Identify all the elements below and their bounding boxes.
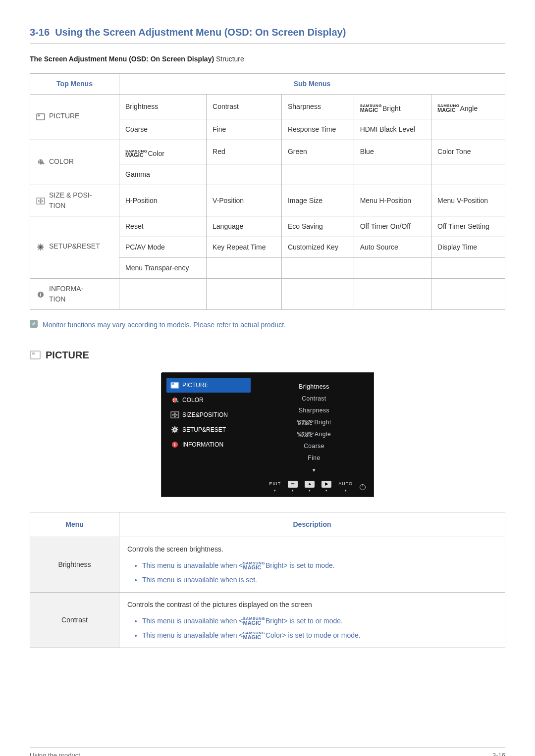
size-icon — [36, 197, 45, 204]
table-row: PICTUREBrightnessContrastSharpnessSAMSUN… — [30, 95, 505, 119]
svg-line-15 — [43, 245, 44, 246]
sub-menu-cell: SAMSUNGMAGICAngle — [431, 95, 505, 119]
desc-content-cell: Controls the contrast of the pictures di… — [119, 592, 505, 648]
samsung-magic-wordmark: SAMSUNGMAGIC — [360, 104, 382, 112]
svg-rect-18 — [40, 294, 41, 296]
sub-menu-cell: Eco Saving — [281, 216, 354, 237]
osd-menu-item[interactable]: SIZE&POSITION — [166, 407, 251, 422]
structure-line: The Screen Adjustment Menu (OSD: On Scre… — [30, 54, 505, 64]
color-icon — [36, 158, 45, 165]
osd-submenu-item[interactable]: Fine — [260, 452, 369, 464]
table-row: COLORSAMSUNGMAGICColorRedGreenBlueColor … — [30, 140, 505, 164]
osd-menu-item[interactable]: INFORMATION — [166, 437, 251, 452]
osd-exit-label: EXIT — [269, 481, 281, 488]
desc-bullet: This menu is unavailable when <SAMSUNGMA… — [142, 616, 361, 626]
setup-icon — [36, 243, 45, 250]
top-menu-label: COLOR — [49, 156, 74, 167]
sub-menu-cell — [431, 164, 505, 185]
sub-menu-cell: Blue — [354, 140, 431, 164]
svg-point-4 — [41, 160, 42, 161]
desc-intro: Controls the contrast of the pictures di… — [127, 600, 497, 610]
top-menu-cell: INFORMA-TION — [30, 279, 119, 310]
top-menu-label: INFORMA-TION — [49, 284, 83, 304]
picture-icon — [170, 382, 178, 389]
osd-power-icon — [360, 484, 366, 490]
osd-up-icon: ▲ — [305, 481, 315, 488]
osd-menu-label: SIZE&POSITION — [182, 410, 228, 419]
top-menu-cell: COLOR — [30, 140, 119, 185]
sub-menu-cell: Menu H-Position — [354, 185, 431, 216]
title-underline — [30, 44, 505, 44]
sub-menu-cell: HDMI Black Level — [354, 119, 431, 140]
table-row: SETUP&RESETResetLanguageEco SavingOff Ti… — [30, 216, 505, 237]
svg-rect-2 — [38, 114, 40, 116]
th-top-menus: Top Menus — [30, 74, 119, 95]
sub-menu-cell: Reset — [119, 216, 207, 237]
sub-menu-cell — [354, 258, 431, 279]
structure-rest: Structure — [214, 55, 244, 63]
samsung-magic-wordmark: SAMSUNGMAGIC — [437, 104, 459, 112]
svg-rect-41 — [174, 444, 175, 446]
samsung-magic-wordmark: SAMSUNGMAGIC — [243, 617, 265, 625]
sub-menu-cell: Contrast — [207, 95, 282, 119]
osd-down-arrow-icon: ▼ — [312, 467, 317, 473]
th-menu: Menu — [30, 512, 119, 537]
svg-line-36 — [172, 427, 173, 428]
sub-menu-cell: Off Timer Setting — [431, 216, 505, 237]
svg-point-28 — [173, 401, 174, 402]
osd-submenu-item[interactable]: Coarse — [260, 440, 369, 452]
desc-menu-cell: Contrast — [30, 592, 119, 648]
section-number: 3-16 — [30, 27, 50, 38]
th-description: Description — [119, 512, 505, 537]
size-icon — [170, 411, 178, 418]
sub-menu-cell: Sharpness — [281, 95, 354, 119]
osd-menu-item[interactable]: SETUP&RESET — [166, 422, 251, 437]
page-footer: Using the product 3-16 — [30, 747, 505, 756]
svg-line-16 — [38, 249, 39, 250]
sub-menu-cell: PC/AV Mode — [119, 237, 207, 258]
sub-menu-cell: H-Position — [119, 185, 207, 216]
sub-menu-cell: Brightness — [119, 95, 207, 119]
osd-submenu-item[interactable]: Contrast — [260, 393, 369, 404]
table-row: INFORMA-TION — [30, 279, 505, 310]
th-sub-menus: Sub Menus — [119, 74, 505, 95]
info-icon — [36, 291, 45, 298]
svg-rect-19 — [40, 293, 41, 294]
svg-line-39 — [172, 432, 173, 433]
desc-bullet: This menu is unavailable when is set. — [142, 575, 335, 585]
table-row: Contrast Controls the contrast of the pi… — [30, 592, 505, 648]
sub-menu-cell: Language — [207, 216, 282, 237]
picture-heading-text: PICTURE — [46, 348, 89, 362]
table-row: SIZE & POSI-TIONH-PositionV-PositionImag… — [30, 185, 505, 216]
svg-point-5 — [39, 163, 40, 164]
desc-menu-cell: Brightness — [30, 537, 119, 592]
color-icon — [170, 397, 178, 403]
desc-intro: Controls the screen brightness. — [127, 544, 497, 554]
desc-bullet: This menu is unavailable when <SAMSUNGMA… — [142, 630, 361, 641]
osd-submenu-item[interactable]: SAMSUNGMAGICAngle — [260, 428, 369, 440]
desc-content-cell: Controls the screen brightness. This men… — [119, 537, 505, 592]
sub-menu-cell: Image Size — [281, 185, 354, 216]
sub-menu-cell — [119, 279, 207, 310]
sub-menu-cell: SAMSUNGMAGICColor — [119, 140, 207, 164]
svg-point-8 — [40, 246, 42, 248]
osd-submenu-item[interactable]: Brightness — [260, 381, 369, 393]
osd-submenu-item[interactable]: Sharpness — [260, 404, 369, 416]
pencil-note-icon — [30, 320, 38, 328]
sub-menu-cell: Key Repeat Time — [207, 237, 282, 258]
osd-submenu-item[interactable]: SAMSUNGMAGICBright — [260, 416, 369, 428]
desc-bullet: This menu is unavailable when <SAMSUNGMA… — [142, 560, 335, 571]
osd-menu-label: PICTURE — [182, 381, 209, 390]
svg-point-27 — [175, 399, 176, 400]
sub-menu-cell: Off Timer On/Off — [354, 216, 431, 237]
osd-screenshot: PICTURECOLORSIZE&POSITIONSETUP&RESETINFO… — [30, 372, 505, 497]
picture-icon — [30, 351, 41, 359]
osd-menu-label: INFORMATION — [182, 440, 223, 449]
osd-menu-item[interactable]: PICTURE — [166, 378, 251, 393]
svg-line-13 — [38, 245, 39, 246]
osd-menu-item[interactable]: COLOR — [166, 393, 251, 407]
samsung-magic-wordmark: SAMSUNGMAGIC — [243, 562, 265, 570]
sub-menu-cell — [431, 258, 505, 279]
samsung-magic-wordmark: SAMSUNGMAGIC — [125, 150, 147, 158]
footer-right: 3-16 — [492, 751, 505, 756]
